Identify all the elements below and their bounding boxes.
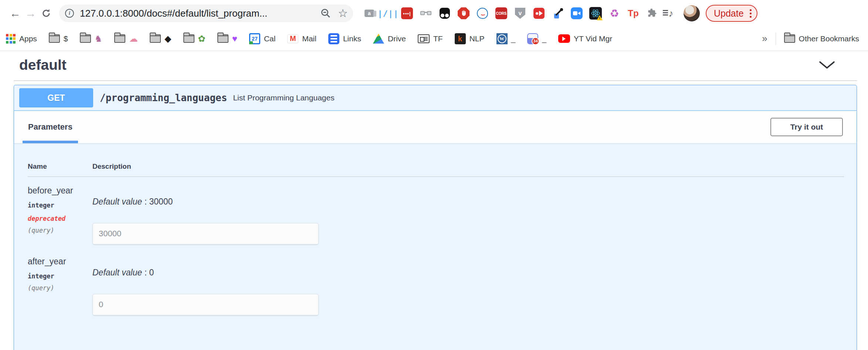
http-method-badge: GET [19,88,93,107]
wayback-glyph: |/|| [378,9,399,18]
bubble-glyph [477,8,488,19]
extensions-puzzle-icon[interactable] [645,7,659,20]
operation-summary[interactable]: GET /programming_languages List Programm… [14,85,857,111]
parameter-description-cell: Default value : 30000 [92,186,844,244]
deprecated-badge: deprecated [28,215,92,222]
reload-icon[interactable] [38,6,54,21]
bookmark-folder-graduation-cap[interactable] [150,34,171,43]
parameter-location: (query) [28,227,92,234]
bookmark-label: TF [433,34,443,43]
menu-dots-icon[interactable] [750,9,752,18]
playlist-glyph: ♪ [669,8,674,19]
stereo-glasses-icon[interactable] [419,7,433,20]
extensions-row: a |/|| •••| CORS [363,7,678,20]
bookmark-label: _ [511,34,516,43]
tab-parameters-label: Parameters [28,122,72,132]
update-label: Update [714,8,744,19]
dark-mask-icon[interactable] [438,7,451,20]
wordpress-icon: W [496,33,508,44]
bookmark-apps[interactable]: Apps [6,34,37,44]
bookmark-folder-herb[interactable] [183,34,206,43]
translate-chat-glyph: a [365,10,374,17]
description-column-header: Description [92,162,844,171]
default-value: 0 [149,268,154,277]
pocket-shield-icon[interactable]: v [513,7,527,20]
wayback-bars-icon[interactable]: |/|| [382,7,395,20]
cors-icon[interactable]: CORS [495,7,508,20]
lastpass-glyph: •••| [401,7,413,19]
octagon-glyph [458,7,469,19]
bookmark-label: Cal [264,34,276,43]
react-atom-glyph: ! [589,7,602,20]
apps-grid-icon [6,34,16,44]
profile-avatar[interactable] [684,5,700,21]
operation-path[interactable]: /programming_languages [100,92,227,103]
bookmark-folder-purple-heart[interactable] [217,34,237,43]
zoom-out-icon[interactable] [320,8,331,19]
bookmark-yt-vid-mgr[interactable]: YT Vid Mgr [558,34,612,43]
after-year-input[interactable] [92,294,319,315]
browser-toolbar: ← → i 127.0.0.1:8000/docs#/default/list_… [0,0,868,27]
bookmark-star-icon[interactable]: ☆ [338,8,348,19]
share-arrow-icon[interactable] [532,7,546,20]
bookmarks-bar: Apps $ 27 Cal M [0,27,868,51]
bookmark-wordpress[interactable]: W _ [496,33,516,44]
recycle-icon[interactable]: ♻ [608,7,621,20]
bookmark-label: _ [542,34,546,43]
music-playlist-icon[interactable]: ♪ [664,7,678,20]
video-camera-icon[interactable] [570,7,583,20]
bookmark-folder-carousel-horse[interactable] [80,34,103,43]
bookmark-gmail[interactable]: M Mail [287,34,316,43]
docs-page: default GET /programming_languages List … [0,51,868,350]
parameter-row-before-year: before_year integer deprecated (query) D… [28,177,844,244]
bookmark-calendar[interactable]: 27 Cal [249,33,276,44]
collapse-chevron-icon[interactable] [818,61,835,69]
bookmark-folder-brain[interactable] [114,34,138,43]
site-info-icon[interactable]: i [65,9,74,18]
stop-hand-icon[interactable] [457,7,470,20]
bookmark-label: Links [343,34,361,43]
forward-icon[interactable]: → [23,6,38,21]
bookmark-tf[interactable]: TF [418,34,443,43]
back-icon[interactable]: ← [7,6,23,21]
lastpass-icon[interactable]: •••| [400,7,414,20]
graduation-cap-icon [165,34,171,43]
react-devtools-icon[interactable]: ! [589,7,602,20]
browser-window: ← → i 127.0.0.1:8000/docs#/default/list_… [0,0,868,350]
gmail-icon: M [287,34,298,43]
bookmarks-overflow-icon[interactable]: » [762,33,767,44]
parameter-name-cell: after_year integer (query) [28,257,92,315]
default-value-label: Default value [92,197,142,206]
address-bar[interactable]: i 127.0.0.1:8000/docs#/default/list_prog… [59,4,353,22]
url-text[interactable]: 127.0.0.1:8000/docs#/default/list_progra… [80,8,320,19]
camera-glyph [571,7,583,19]
bookmark-links[interactable]: Links [328,33,361,44]
drive-icon [373,34,384,44]
bookmark-drive[interactable]: Drive [373,34,406,44]
name-column-header: Name [28,162,92,171]
tp-glyph: Tp [628,8,638,18]
bookmarks-divider [776,32,776,45]
default-value-line: Default value : 0 [92,268,844,278]
color-picker-icon[interactable] [551,7,564,20]
get-operation-block: GET /programming_languages List Programm… [14,85,857,350]
bookmark-folder-dollar[interactable]: $ [49,34,68,43]
bookmark-calendar-34[interactable]: 34 _ [527,33,546,44]
herb-icon [198,34,206,43]
share-arrow-glyph [533,8,545,19]
purple-heart-icon [232,34,237,43]
before-year-input[interactable] [92,223,319,244]
tab-parameters[interactable]: Parameters [23,111,78,143]
try-it-out-button[interactable]: Try it out [770,118,843,136]
section-title: default [19,57,67,73]
bookmark-nlp[interactable]: k NLP [455,33,485,44]
smile-bubble-icon[interactable] [476,7,489,20]
default-value-label: Default value [92,268,142,277]
update-button[interactable]: Update [706,5,757,22]
translate-chat-icon[interactable]: a [363,7,376,20]
other-bookmarks[interactable]: Other Bookmarks [784,34,859,43]
text-expander-icon[interactable]: Tp [627,7,640,20]
shield-glyph: v [515,8,525,19]
tag-section-header[interactable]: default [14,51,857,81]
bookmark-label: YT Vid Mgr [574,34,612,43]
